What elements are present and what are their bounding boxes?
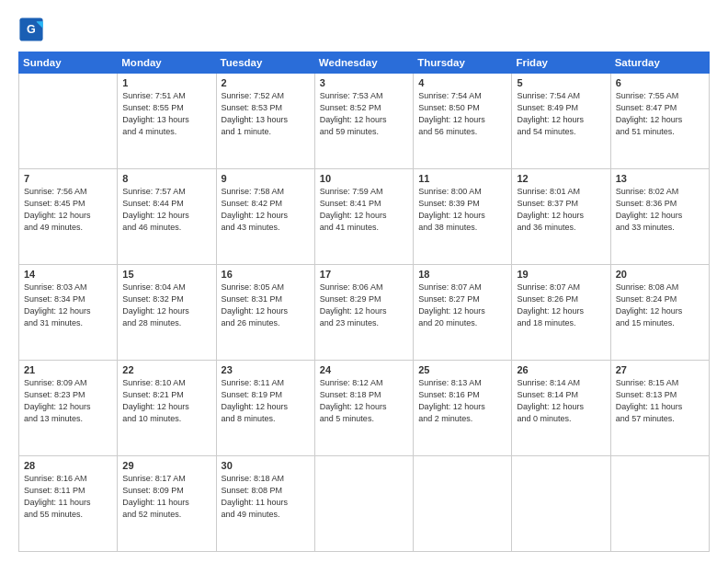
- calendar-cell: 20Sunrise: 8:08 AM Sunset: 8:24 PM Dayli…: [610, 265, 709, 361]
- calendar-cell: 26Sunrise: 8:14 AM Sunset: 8:14 PM Dayli…: [512, 361, 610, 456]
- day-info: Sunrise: 7:59 AM Sunset: 8:41 PM Dayligh…: [320, 186, 408, 234]
- calendar-cell: 23Sunrise: 8:11 AM Sunset: 8:19 PM Dayli…: [216, 361, 314, 456]
- weekday-header-saturday: Saturday: [610, 52, 709, 74]
- day-info: Sunrise: 8:12 AM Sunset: 8:18 PM Dayligh…: [320, 377, 408, 425]
- day-info: Sunrise: 8:07 AM Sunset: 8:27 PM Dayligh…: [418, 282, 506, 329]
- day-number: 24: [320, 364, 408, 375]
- day-info: Sunrise: 7:53 AM Sunset: 8:52 PM Dayligh…: [320, 90, 408, 138]
- day-number: 2: [222, 77, 310, 88]
- weekday-header-friday: Friday: [512, 52, 610, 74]
- calendar-cell: 18Sunrise: 8:07 AM Sunset: 8:27 PM Dayli…: [414, 265, 512, 361]
- day-info: Sunrise: 7:58 AM Sunset: 8:42 PM Dayligh…: [222, 186, 310, 234]
- day-info: Sunrise: 8:08 AM Sunset: 8:24 PM Dayligh…: [616, 282, 704, 329]
- calendar-cell: [314, 456, 413, 552]
- calendar-cell: 5Sunrise: 7:54 AM Sunset: 8:49 PM Daylig…: [512, 74, 610, 169]
- day-info: Sunrise: 8:16 AM Sunset: 8:11 PM Dayligh…: [24, 473, 112, 521]
- day-number: 9: [222, 173, 310, 184]
- day-number: 28: [24, 460, 112, 471]
- day-number: 30: [222, 460, 310, 471]
- day-info: Sunrise: 7:54 AM Sunset: 8:50 PM Dayligh…: [418, 90, 506, 138]
- week-row-3: 14Sunrise: 8:03 AM Sunset: 8:34 PM Dayli…: [19, 265, 710, 361]
- day-number: 20: [616, 269, 704, 280]
- calendar-cell: [19, 74, 118, 169]
- calendar-cell: 6Sunrise: 7:55 AM Sunset: 8:47 PM Daylig…: [610, 74, 709, 169]
- calendar-cell: 12Sunrise: 8:01 AM Sunset: 8:37 PM Dayli…: [512, 169, 610, 265]
- calendar-table: SundayMondayTuesdayWednesdayThursdayFrid…: [18, 52, 710, 552]
- calendar-cell: 1Sunrise: 7:51 AM Sunset: 8:55 PM Daylig…: [118, 74, 216, 169]
- calendar-cell: 16Sunrise: 8:05 AM Sunset: 8:31 PM Dayli…: [216, 265, 314, 361]
- calendar-cell: 28Sunrise: 8:16 AM Sunset: 8:11 PM Dayli…: [19, 456, 118, 552]
- day-info: Sunrise: 8:09 AM Sunset: 8:23 PM Dayligh…: [24, 377, 112, 425]
- day-info: Sunrise: 7:52 AM Sunset: 8:53 PM Dayligh…: [222, 90, 310, 138]
- day-info: Sunrise: 7:54 AM Sunset: 8:49 PM Dayligh…: [517, 90, 605, 138]
- day-info: Sunrise: 8:17 AM Sunset: 8:09 PM Dayligh…: [122, 473, 210, 521]
- calendar-cell: 22Sunrise: 8:10 AM Sunset: 8:21 PM Dayli…: [118, 361, 216, 456]
- day-number: 1: [122, 77, 210, 88]
- calendar-cell: [512, 456, 610, 552]
- weekday-header-tuesday: Tuesday: [216, 52, 314, 74]
- day-number: 17: [320, 269, 408, 280]
- calendar-cell: 2Sunrise: 7:52 AM Sunset: 8:53 PM Daylig…: [216, 74, 314, 169]
- day-info: Sunrise: 8:10 AM Sunset: 8:21 PM Dayligh…: [122, 377, 210, 425]
- day-info: Sunrise: 8:07 AM Sunset: 8:26 PM Dayligh…: [517, 282, 605, 329]
- day-number: 8: [122, 173, 210, 184]
- calendar-cell: 30Sunrise: 8:18 AM Sunset: 8:08 PM Dayli…: [216, 456, 314, 552]
- week-row-5: 28Sunrise: 8:16 AM Sunset: 8:11 PM Dayli…: [19, 456, 710, 552]
- calendar-cell: 17Sunrise: 8:06 AM Sunset: 8:29 PM Dayli…: [314, 265, 413, 361]
- day-info: Sunrise: 7:57 AM Sunset: 8:44 PM Dayligh…: [122, 186, 210, 234]
- calendar-cell: 27Sunrise: 8:15 AM Sunset: 8:13 PM Dayli…: [610, 361, 709, 456]
- day-info: Sunrise: 8:14 AM Sunset: 8:14 PM Dayligh…: [517, 377, 605, 425]
- calendar-cell: 15Sunrise: 8:04 AM Sunset: 8:32 PM Dayli…: [118, 265, 216, 361]
- day-number: 5: [517, 77, 605, 88]
- day-info: Sunrise: 8:05 AM Sunset: 8:31 PM Dayligh…: [222, 282, 310, 329]
- calendar-cell: 14Sunrise: 8:03 AM Sunset: 8:34 PM Dayli…: [19, 265, 118, 361]
- logo: G: [18, 17, 48, 42]
- day-number: 26: [517, 364, 605, 375]
- weekday-header-thursday: Thursday: [414, 52, 512, 74]
- logo-icon: G: [18, 17, 44, 42]
- day-number: 22: [122, 364, 210, 375]
- day-number: 16: [222, 269, 310, 280]
- weekday-header-sunday: Sunday: [19, 52, 118, 74]
- day-info: Sunrise: 8:18 AM Sunset: 8:08 PM Dayligh…: [222, 473, 310, 521]
- day-number: 12: [517, 173, 605, 184]
- day-number: 11: [418, 173, 506, 184]
- day-number: 3: [320, 77, 408, 88]
- calendar-cell: 21Sunrise: 8:09 AM Sunset: 8:23 PM Dayli…: [19, 361, 118, 456]
- day-info: Sunrise: 7:55 AM Sunset: 8:47 PM Dayligh…: [616, 90, 704, 138]
- page: G SundayMondayTuesdayWednesdayThursdayFr…: [0, 0, 728, 563]
- day-number: 25: [418, 364, 506, 375]
- day-number: 23: [222, 364, 310, 375]
- week-row-1: 1Sunrise: 7:51 AM Sunset: 8:55 PM Daylig…: [19, 74, 710, 169]
- svg-text:G: G: [27, 23, 36, 36]
- day-info: Sunrise: 8:04 AM Sunset: 8:32 PM Dayligh…: [122, 282, 210, 329]
- calendar-cell: 8Sunrise: 7:57 AM Sunset: 8:44 PM Daylig…: [118, 169, 216, 265]
- day-number: 18: [418, 269, 506, 280]
- day-number: 19: [517, 269, 605, 280]
- calendar-cell: 29Sunrise: 8:17 AM Sunset: 8:09 PM Dayli…: [118, 456, 216, 552]
- day-number: 27: [616, 364, 704, 375]
- calendar-cell: 3Sunrise: 7:53 AM Sunset: 8:52 PM Daylig…: [314, 74, 413, 169]
- day-number: 29: [122, 460, 210, 471]
- weekday-header-wednesday: Wednesday: [314, 52, 413, 74]
- day-info: Sunrise: 7:51 AM Sunset: 8:55 PM Dayligh…: [122, 90, 210, 138]
- calendar-cell: 13Sunrise: 8:02 AM Sunset: 8:36 PM Dayli…: [610, 169, 709, 265]
- day-info: Sunrise: 8:02 AM Sunset: 8:36 PM Dayligh…: [616, 186, 704, 234]
- week-row-4: 21Sunrise: 8:09 AM Sunset: 8:23 PM Dayli…: [19, 361, 710, 456]
- day-number: 13: [616, 173, 704, 184]
- calendar-cell: 19Sunrise: 8:07 AM Sunset: 8:26 PM Dayli…: [512, 265, 610, 361]
- week-row-2: 7Sunrise: 7:56 AM Sunset: 8:45 PM Daylig…: [19, 169, 710, 265]
- day-info: Sunrise: 8:03 AM Sunset: 8:34 PM Dayligh…: [24, 282, 112, 329]
- calendar-cell: 11Sunrise: 8:00 AM Sunset: 8:39 PM Dayli…: [414, 169, 512, 265]
- calendar-cell: 7Sunrise: 7:56 AM Sunset: 8:45 PM Daylig…: [19, 169, 118, 265]
- calendar-cell: [610, 456, 709, 552]
- day-info: Sunrise: 7:56 AM Sunset: 8:45 PM Dayligh…: [24, 186, 112, 234]
- calendar-cell: 24Sunrise: 8:12 AM Sunset: 8:18 PM Dayli…: [314, 361, 413, 456]
- day-number: 7: [24, 173, 112, 184]
- calendar-cell: [414, 456, 512, 552]
- day-number: 14: [24, 269, 112, 280]
- day-info: Sunrise: 8:13 AM Sunset: 8:16 PM Dayligh…: [418, 377, 506, 425]
- day-number: 4: [418, 77, 506, 88]
- day-number: 21: [24, 364, 112, 375]
- header: G: [18, 17, 710, 42]
